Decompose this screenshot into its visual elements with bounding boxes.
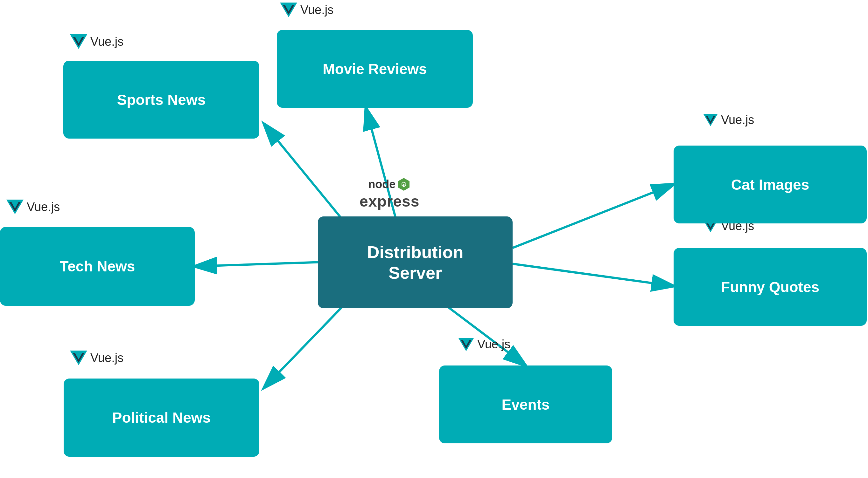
vue-icon-cat [703,114,718,126]
vue-label-tech: Vue.js [6,200,60,214]
tech-news-node: Tech News [0,227,195,306]
vue-icon-tech [6,200,24,214]
diagram-container: Vue.js Vue.js Vue.js Vue.js [0,0,868,478]
vue-label-sports: Vue.js [70,34,123,49]
express-text: express [360,193,420,210]
vue-icon-political [70,350,87,365]
vue-label-cat: Vue.js [703,113,754,127]
node-logo: node ⬡ s [360,177,420,191]
vue-icon-events [458,338,474,351]
nodejs-hex-icon: ⬡ s [397,177,411,191]
events-node: Events [439,366,612,443]
cat-images-node: Cat Images [674,145,867,224]
svg-text:s: s [403,183,405,188]
vue-label-political: Vue.js [70,350,123,365]
vue-label-movie: Vue.js [280,3,334,17]
distribution-server-node: DistributionServer [318,216,513,308]
node-express-logo: node ⬡ s express [360,177,420,210]
sports-news-node: Sports News [63,61,259,139]
svg-line-4 [264,299,350,388]
political-news-node: Political News [64,378,259,457]
funny-quotes-node: Funny Quotes [674,248,867,326]
movie-reviews-node: Movie Reviews [277,30,473,108]
vue-label-events: Vue.js [458,338,510,351]
svg-line-3 [195,262,318,266]
svg-line-8 [445,305,526,366]
svg-line-2 [264,124,350,229]
vue-icon-sports [70,34,87,49]
svg-line-7 [513,264,674,286]
vue-icon-movie [280,3,297,17]
svg-line-6 [513,184,674,248]
